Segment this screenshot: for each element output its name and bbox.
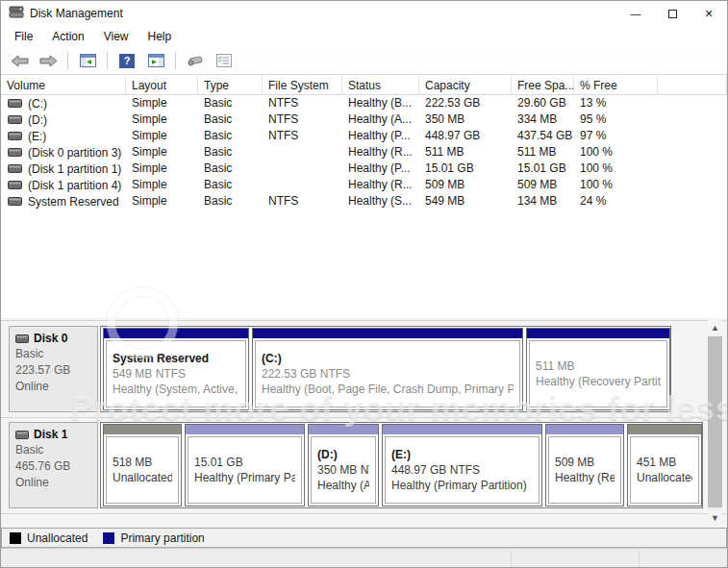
menu-file[interactable]: File bbox=[5, 27, 42, 46]
cell-pct-free: 100 % bbox=[574, 161, 658, 177]
cell-type: Basic bbox=[198, 144, 263, 161]
cell-status: Healthy (S... bbox=[342, 193, 419, 210]
cell-capacity: 448.97 GB bbox=[419, 128, 512, 144]
disk1-name: Disk 1 bbox=[34, 428, 67, 441]
partition-c-drive[interactable]: (C:) 222.53 GB NTFS Healthy (Boot, Page … bbox=[252, 328, 523, 410]
cell-capacity: 549 MB bbox=[419, 193, 512, 210]
partition-recovery-disk1[interactable]: 509 MB Healthy (Rec bbox=[545, 424, 624, 506]
cell-filler bbox=[658, 177, 727, 193]
volume-row[interactable]: (C:)SimpleBasicNTFSHealthy (B...222.53 G… bbox=[1, 95, 727, 111]
partition-recovery-disk0[interactable]: 511 MB Healthy (Recovery Partitio bbox=[526, 328, 670, 410]
column-header-pct-free[interactable]: % Free bbox=[574, 76, 658, 94]
vertical-scrollbar: ▲ ▼ bbox=[708, 320, 722, 526]
checklist-button[interactable] bbox=[213, 50, 236, 71]
cell-pct-free: 100 % bbox=[574, 144, 658, 161]
cell-pct-free: 100 % bbox=[574, 177, 658, 193]
column-header-layout[interactable]: Layout bbox=[126, 76, 198, 94]
column-header-file-system[interactable]: File System bbox=[263, 76, 342, 94]
disk1-size: 465.76 GB bbox=[15, 459, 91, 474]
disk1-label[interactable]: Disk 1 Basic 465.76 GB Online bbox=[9, 422, 98, 508]
legend-label: Unallocated bbox=[27, 531, 88, 545]
menu-action[interactable]: Action bbox=[42, 27, 93, 46]
minimize-icon: — bbox=[631, 8, 641, 19]
cell-volume: (Disk 0 partition 3) bbox=[1, 144, 126, 161]
help-button[interactable]: ? bbox=[115, 50, 138, 71]
partition-primary-15gb[interactable]: 15.01 GB Healthy (Primary Part bbox=[185, 424, 305, 506]
cell-type: Basic bbox=[198, 193, 263, 210]
cell-layout: Simple bbox=[126, 95, 198, 111]
partition-color-band bbox=[104, 329, 248, 338]
volume-name: (C:) bbox=[28, 97, 47, 111]
primary-partition-swatch bbox=[103, 532, 114, 544]
cell-volume: (D:) bbox=[1, 111, 126, 128]
close-button[interactable]: ✕ bbox=[690, 1, 727, 26]
cell-filler bbox=[658, 144, 727, 161]
cell-type: Basic bbox=[198, 161, 263, 177]
partition-e-drive[interactable]: (E:) 448.97 GB NTFS Healthy (Primary Par… bbox=[382, 424, 542, 506]
toolbar-separator bbox=[67, 52, 68, 69]
toolbar: ? bbox=[1, 47, 727, 75]
partition-color-band bbox=[546, 425, 623, 434]
cell-layout: Simple bbox=[126, 111, 198, 128]
volume-icon bbox=[8, 148, 22, 157]
console-tree-button[interactable] bbox=[76, 50, 99, 71]
cell-capacity: 350 MB bbox=[419, 111, 512, 128]
menu-bar: File Action View Help bbox=[1, 26, 727, 47]
maximize-icon bbox=[668, 10, 677, 18]
cell-volume: (E:) bbox=[1, 128, 126, 144]
partition-color-band bbox=[104, 425, 181, 434]
volume-row[interactable]: (Disk 0 partition 3)SimpleBasicHealthy (… bbox=[1, 144, 727, 161]
partition-color-band bbox=[628, 425, 701, 434]
forward-icon bbox=[39, 55, 58, 67]
volume-row[interactable]: (D:)SimpleBasicNTFSHealthy (A...350 MB33… bbox=[1, 111, 727, 128]
toolbar-separator bbox=[107, 52, 108, 69]
properties-button[interactable] bbox=[184, 50, 207, 71]
disk0-strip: System Reserved 549 MB NTFS Healthy (Sys… bbox=[100, 326, 671, 412]
volume-row[interactable]: (Disk 1 partition 4)SimpleBasicHealthy (… bbox=[1, 177, 727, 193]
minimize-button[interactable]: — bbox=[617, 1, 654, 26]
scroll-up-icon[interactable]: ▲ bbox=[708, 320, 722, 335]
column-header-volume[interactable]: Volume bbox=[1, 76, 126, 94]
cell-file-system bbox=[263, 177, 342, 193]
disk0-type: Basic bbox=[15, 347, 91, 361]
partition-unallocated-1[interactable]: 518 MB Unallocated bbox=[103, 424, 182, 506]
action-pane-button[interactable] bbox=[144, 50, 167, 71]
partition-d-drive[interactable]: (D:) 350 MB NTF Healthy (Ac bbox=[308, 424, 379, 506]
app-icon bbox=[9, 6, 24, 21]
cell-pct-free: 95 % bbox=[574, 111, 658, 128]
cell-free-space: 15.01 GB bbox=[512, 161, 574, 177]
menu-help[interactable]: Help bbox=[138, 27, 182, 46]
cell-type: Basic bbox=[198, 177, 263, 193]
volume-name: (Disk 0 partition 3) bbox=[28, 146, 121, 160]
cell-type: Basic bbox=[198, 128, 263, 144]
partition-unallocated-2[interactable]: 451 MB Unallocated bbox=[627, 424, 702, 506]
scrollbar-thumb[interactable] bbox=[708, 336, 722, 507]
scroll-down-icon[interactable]: ▼ bbox=[708, 510, 722, 526]
cell-status: Healthy (P... bbox=[342, 128, 419, 144]
menu-view[interactable]: View bbox=[94, 27, 138, 46]
volume-icon bbox=[8, 132, 22, 140]
volume-row[interactable]: (E:)SimpleBasicNTFSHealthy (P...448.97 G… bbox=[1, 128, 727, 144]
cell-file-system: NTFS bbox=[263, 128, 342, 144]
legend-label: Primary partition bbox=[120, 531, 204, 545]
column-header-free-space[interactable]: Free Spa... bbox=[512, 76, 574, 94]
partition-color-band bbox=[527, 329, 669, 338]
disk0-name: Disk 0 bbox=[34, 332, 67, 345]
partition-color-band bbox=[309, 425, 378, 434]
volume-row[interactable]: (Disk 1 partition 1)SimpleBasicHealthy (… bbox=[1, 161, 727, 177]
console-tree-icon bbox=[80, 54, 96, 67]
close-icon: ✕ bbox=[704, 8, 713, 20]
partition-color-band bbox=[186, 425, 304, 434]
maximize-button[interactable] bbox=[654, 1, 690, 26]
back-button[interactable] bbox=[8, 50, 31, 71]
disk0-label[interactable]: Disk 0 Basic 223.57 GB Online bbox=[9, 326, 98, 412]
cell-pct-free: 13 % bbox=[574, 95, 658, 111]
forward-button[interactable] bbox=[37, 50, 60, 71]
row-separator bbox=[1, 320, 727, 321]
column-header-status[interactable]: Status bbox=[342, 76, 419, 94]
partition-system-reserved[interactable]: System Reserved 549 MB NTFS Healthy (Sys… bbox=[103, 328, 249, 410]
column-header-type[interactable]: Type bbox=[198, 76, 263, 94]
volume-row[interactable]: System ReservedSimpleBasicNTFSHealthy (S… bbox=[1, 193, 727, 210]
status-divider bbox=[511, 551, 512, 568]
column-header-capacity[interactable]: Capacity bbox=[419, 76, 512, 94]
